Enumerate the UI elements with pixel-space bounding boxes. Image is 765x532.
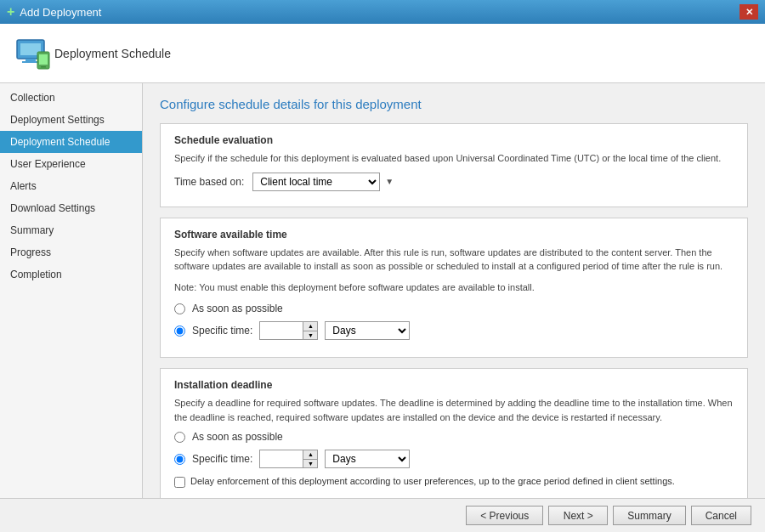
close-button[interactable]: ✕ bbox=[740, 4, 758, 20]
deadline-spinner: 15 ▲ ▼ bbox=[259, 450, 318, 468]
deadline-asap-radio[interactable] bbox=[174, 432, 185, 443]
software-available-title: Software available time bbox=[174, 229, 734, 241]
sidebar-item-user-experience[interactable]: User Experience bbox=[0, 153, 142, 175]
header-area: Deployment Schedule bbox=[0, 24, 765, 83]
page-title: Configure schedule details for this depl… bbox=[160, 97, 748, 111]
software-available-desc: Specify when software updates are availa… bbox=[174, 246, 734, 274]
deadline-radio-specific-row: Specific time: 15 ▲ ▼ Days Weeks Months bbox=[174, 450, 734, 468]
sidebar-item-collection[interactable]: Collection bbox=[0, 87, 142, 109]
software-radio-asap-row: As soon as possible bbox=[174, 303, 734, 314]
deadline-spinner-up[interactable]: ▲ bbox=[303, 450, 317, 459]
svg-rect-5 bbox=[39, 54, 48, 65]
deadline-specific-label: Specific time: bbox=[192, 453, 252, 465]
sidebar: Collection Deployment Settings Deploymen… bbox=[0, 83, 143, 498]
software-days-select[interactable]: Days Weeks Months bbox=[325, 321, 410, 340]
add-icon: + bbox=[7, 4, 14, 20]
schedule-evaluation-desc: Specify if the schedule for this deploym… bbox=[174, 151, 734, 166]
chevron-down-icon: ▼ bbox=[385, 177, 394, 186]
schedule-evaluation-section: Schedule evaluation Specify if the sched… bbox=[160, 123, 748, 207]
software-asap-label: As soon as possible bbox=[192, 303, 283, 314]
deadline-radio-group: As soon as possible Specific time: 15 ▲ … bbox=[174, 431, 734, 468]
schedule-evaluation-title: Schedule evaluation bbox=[174, 134, 734, 146]
sidebar-item-alerts[interactable]: Alerts bbox=[0, 175, 142, 197]
sidebar-item-summary[interactable]: Summary bbox=[0, 219, 142, 241]
delay-enforcement-checkbox[interactable] bbox=[174, 477, 185, 488]
main-window: Deployment Schedule Collection Deploymen… bbox=[0, 24, 765, 532]
svg-rect-3 bbox=[22, 61, 39, 63]
sidebar-item-completion[interactable]: Completion bbox=[0, 263, 142, 286]
header-title: Deployment Schedule bbox=[54, 47, 171, 60]
deadline-days-select[interactable]: Days Weeks Months bbox=[325, 450, 410, 468]
time-based-select[interactable]: Client local time UTC bbox=[252, 173, 380, 191]
window-title: Add Deployment bbox=[20, 6, 101, 19]
software-spinner-up[interactable]: ▲ bbox=[303, 322, 317, 331]
next-button[interactable]: Next > bbox=[548, 506, 608, 525]
deadline-asap-label: As soon as possible bbox=[192, 431, 283, 443]
software-specific-radio[interactable] bbox=[174, 325, 185, 337]
previous-button[interactable]: < Previous bbox=[466, 506, 543, 525]
deadline-spinner-input[interactable]: 15 bbox=[260, 450, 303, 467]
installation-deadline-section: Installation deadline Specify a deadline… bbox=[160, 368, 748, 498]
deployment-schedule-icon bbox=[14, 33, 54, 74]
time-based-row: Time based on: Client local time UTC ▼ bbox=[174, 173, 734, 191]
sidebar-item-download-settings[interactable]: Download Settings bbox=[0, 197, 142, 219]
title-bar-left: + Add Deployment bbox=[7, 4, 101, 20]
delay-enforcement-label: Delay enforcement of this deployment acc… bbox=[190, 475, 675, 488]
deadline-spinner-buttons: ▲ ▼ bbox=[303, 450, 317, 467]
software-spinner-input[interactable]: 15 bbox=[260, 322, 303, 339]
software-asap-radio[interactable] bbox=[174, 303, 185, 314]
software-spinner-buttons: ▲ ▼ bbox=[303, 322, 317, 339]
cancel-button[interactable]: Cancel bbox=[691, 506, 751, 525]
delay-enforcement-row: Delay enforcement of this deployment acc… bbox=[174, 475, 734, 488]
summary-button[interactable]: Summary bbox=[613, 506, 685, 525]
software-spinner: 15 ▲ ▼ bbox=[259, 321, 318, 340]
title-bar: + Add Deployment ✕ bbox=[0, 0, 765, 24]
main-content: Configure schedule details for this depl… bbox=[143, 83, 765, 498]
sidebar-item-deployment-schedule[interactable]: Deployment Schedule bbox=[0, 131, 142, 153]
deadline-specific-radio[interactable] bbox=[174, 454, 185, 465]
installation-deadline-desc: Specify a deadline for required software… bbox=[174, 396, 734, 424]
content-area: Collection Deployment Settings Deploymen… bbox=[0, 83, 765, 498]
software-available-note: Note: You must enable this deployment be… bbox=[174, 280, 734, 295]
svg-rect-6 bbox=[41, 66, 46, 68]
deadline-spinner-down[interactable]: ▼ bbox=[303, 459, 317, 467]
sidebar-item-progress[interactable]: Progress bbox=[0, 241, 142, 263]
software-available-section: Software available time Specify when sof… bbox=[160, 218, 748, 359]
deadline-radio-asap-row: As soon as possible bbox=[174, 431, 734, 443]
installation-deadline-title: Installation deadline bbox=[174, 379, 734, 391]
button-bar: < Previous Next > Summary Cancel bbox=[0, 498, 765, 532]
software-specific-label: Specific time: bbox=[192, 325, 252, 337]
sidebar-item-deployment-settings[interactable]: Deployment Settings bbox=[0, 109, 142, 131]
software-radio-group: As soon as possible Specific time: 15 ▲ … bbox=[174, 303, 734, 340]
software-radio-specific-row: Specific time: 15 ▲ ▼ Days Weeks Months bbox=[174, 321, 734, 340]
time-based-label: Time based on: bbox=[174, 176, 244, 188]
software-spinner-down[interactable]: ▼ bbox=[303, 331, 317, 339]
